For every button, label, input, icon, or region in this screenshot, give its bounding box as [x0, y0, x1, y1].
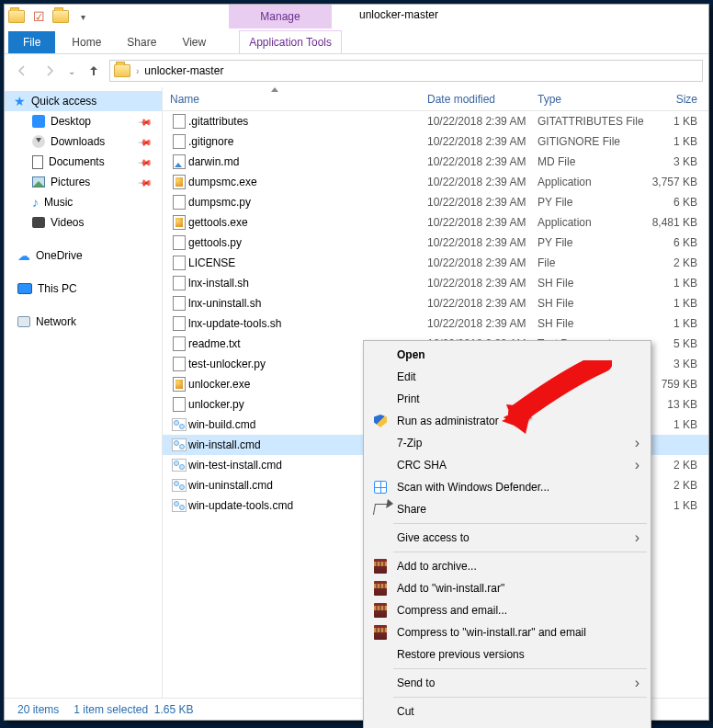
sidebar-item-desktop[interactable]: Desktop📌: [5, 111, 162, 131]
ctx-send-to[interactable]: Send to: [366, 672, 649, 694]
pin-icon: 📌: [138, 175, 153, 189]
file-row[interactable]: LICENSE10/22/2018 2:39 AMFile2 KB: [163, 253, 708, 273]
qat-dropdown-icon[interactable]: ▾: [73, 6, 93, 27]
nav-back-icon[interactable]: [10, 59, 34, 83]
sidebar-item-downloads[interactable]: Downloads📌: [5, 131, 162, 152]
ctx-add-archive[interactable]: Add to archive...: [366, 555, 649, 577]
file-type: SH File: [538, 317, 648, 330]
status-selected-size: 1.65 KB: [154, 703, 194, 716]
file-row[interactable]: .gitattributes10/22/2018 2:39 AMGITATTRI…: [163, 111, 708, 131]
file-row[interactable]: darwin.md10/22/2018 2:39 AMMD File3 KB: [163, 152, 708, 172]
ctx-add-rar[interactable]: Add to "win-install.rar": [366, 577, 649, 599]
file-size: 1 KB: [648, 418, 697, 431]
qat-folder-icon[interactable]: [6, 6, 27, 27]
file-icon: [170, 459, 188, 472]
sidebar-item-pictures[interactable]: Pictures📌: [5, 172, 162, 192]
file-icon: [170, 499, 188, 512]
file-type: PY File: [538, 236, 648, 249]
column-size[interactable]: Size: [648, 93, 697, 106]
ctx-give-access[interactable]: Give access to: [366, 527, 649, 549]
qat-properties-icon[interactable]: ☑: [28, 6, 49, 27]
ctx-compress-email[interactable]: Compress and email...: [366, 599, 649, 621]
tab-file[interactable]: File: [8, 31, 55, 53]
file-date: 10/22/2018 2:39 AM: [427, 135, 538, 148]
ctx-open[interactable]: Open: [366, 344, 649, 366]
tab-view[interactable]: View: [169, 36, 219, 53]
ctx-run-as-admin[interactable]: Run as administrator: [366, 410, 649, 432]
file-name: darwin.md: [188, 155, 427, 168]
file-size: 13 KB: [648, 398, 697, 411]
column-name[interactable]: Name: [170, 93, 427, 106]
ctx-cut[interactable]: Cut: [366, 700, 649, 722]
file-row[interactable]: .gitignore10/22/2018 2:39 AMGITIGNORE Fi…: [163, 131, 708, 152]
column-type[interactable]: Type: [538, 93, 648, 106]
file-row[interactable]: dumpsmc.py10/22/2018 2:39 AMPY File6 KB: [163, 192, 708, 212]
file-size: 5 KB: [648, 337, 697, 350]
ctx-edit[interactable]: Edit: [366, 366, 649, 388]
file-row[interactable]: lnx-uninstall.sh10/22/2018 2:39 AMSH Fil…: [163, 293, 708, 313]
music-icon: ♪: [32, 195, 39, 210]
ctx-7zip[interactable]: 7-Zip: [366, 432, 649, 454]
chevron-right-icon: ›: [136, 66, 139, 76]
file-name: LICENSE: [188, 256, 427, 269]
file-icon: [170, 357, 188, 371]
sidebar-item-this-pc[interactable]: This PC: [5, 279, 162, 299]
file-date: 10/22/2018 2:39 AM: [427, 297, 538, 310]
desktop-icon: [32, 115, 45, 128]
file-size: 3 KB: [648, 358, 697, 370]
ctx-defender[interactable]: Scan with Windows Defender...: [366, 476, 649, 498]
nav-recent-icon[interactable]: ⌄: [65, 59, 78, 83]
ctx-restore[interactable]: Restore previous versions: [366, 643, 649, 665]
file-name: dumpsmc.exe: [188, 176, 427, 188]
ctx-crc-sha[interactable]: CRC SHA: [366, 454, 649, 476]
rar-icon: [373, 581, 388, 596]
nav-forward-icon[interactable]: [38, 59, 62, 83]
pin-icon: 📌: [138, 114, 153, 129]
file-row[interactable]: lnx-update-tools.sh10/22/2018 2:39 AMSH …: [163, 313, 708, 334]
file-icon: [170, 215, 188, 230]
address-bar[interactable]: › unlocker-master: [109, 60, 703, 82]
sidebar-item-network[interactable]: Network: [5, 312, 162, 332]
file-type: File: [538, 256, 648, 269]
file-row[interactable]: lnx-install.sh10/22/2018 2:39 AMSH File1…: [163, 273, 708, 293]
file-icon: [170, 418, 188, 431]
ctx-copy[interactable]: Copy: [366, 722, 649, 728]
file-name: .gitattributes: [188, 115, 427, 128]
status-selected-count: 1 item selected: [74, 703, 148, 716]
file-row[interactable]: dumpsmc.exe10/22/2018 2:39 AMApplication…: [163, 172, 708, 192]
file-date: 10/22/2018 2:39 AM: [427, 236, 538, 249]
file-name: gettools.py: [188, 236, 427, 249]
address-segment[interactable]: unlocker-master: [144, 64, 223, 77]
sidebar-item-onedrive[interactable]: ☁OneDrive: [5, 245, 162, 266]
sidebar-item-videos[interactable]: Videos: [5, 212, 162, 233]
file-type: SH File: [538, 277, 648, 290]
file-type: Application: [538, 216, 648, 229]
tab-share[interactable]: Share: [114, 36, 169, 53]
file-type: SH File: [538, 297, 648, 310]
file-row[interactable]: gettools.py10/22/2018 2:39 AMPY File6 KB: [163, 233, 708, 253]
ctx-compress-rar-email[interactable]: Compress to "win-install.rar" and email: [366, 621, 649, 643]
sidebar-item-music[interactable]: ♪Music: [5, 192, 162, 212]
file-size: 1 KB: [648, 277, 697, 290]
file-name: .gitignore: [188, 135, 427, 148]
file-icon: [170, 316, 188, 331]
ctx-print[interactable]: Print: [366, 388, 649, 410]
tab-home[interactable]: Home: [59, 36, 114, 53]
nav-up-icon[interactable]: [82, 59, 106, 83]
ribbon: File Home Share View Application Tools: [5, 28, 708, 54]
file-date: 10/22/2018 2:39 AM: [427, 256, 538, 269]
file-icon: [170, 256, 188, 270]
navigation-sidebar: ★Quick access Desktop📌 Downloads📌 Docume…: [5, 87, 163, 698]
file-date: 10/22/2018 2:39 AM: [427, 115, 538, 128]
file-row[interactable]: gettools.exe10/22/2018 2:39 AMApplicatio…: [163, 212, 708, 233]
manage-contextual-tab[interactable]: Manage: [229, 5, 332, 28]
file-date: 10/22/2018 2:39 AM: [427, 196, 538, 209]
column-date[interactable]: Date modified: [427, 93, 538, 106]
sidebar-item-documents[interactable]: Documents📌: [5, 152, 162, 172]
tab-application-tools[interactable]: Application Tools: [239, 30, 342, 53]
qat-newfolder-icon[interactable]: [51, 6, 71, 27]
sidebar-quick-access[interactable]: ★Quick access: [5, 91, 162, 111]
rar-icon: [373, 625, 388, 640]
file-size: 8,481 KB: [648, 216, 697, 229]
ctx-share[interactable]: Share: [366, 498, 649, 520]
